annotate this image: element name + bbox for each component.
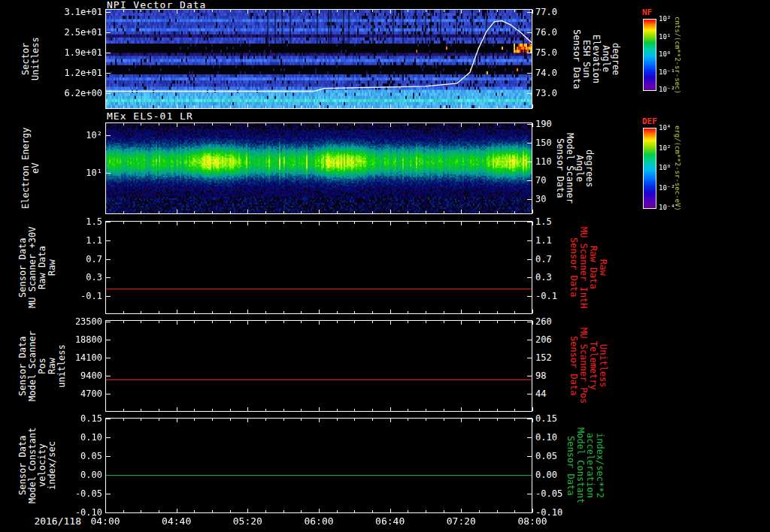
- y2-axis-tick-label: 1.1: [535, 236, 581, 245]
- y2-axis-tick-label: -0.05: [535, 489, 581, 498]
- y2-axis-tick-mark: [527, 199, 532, 200]
- y2-axis-tick-label: 152: [535, 353, 581, 362]
- x-tick-mark: [532, 419, 533, 422]
- y-axis-tick-label: 0.10: [44, 433, 102, 442]
- x-tick-mark: [444, 123, 444, 125]
- y2-axis-tick-mark: [527, 180, 532, 181]
- x-tick-mark: [372, 419, 373, 421]
- x-tick-mark: [159, 510, 159, 512]
- y2-axis-tick-mark: [527, 124, 532, 125]
- y-axis-tick-label: 0.15: [44, 414, 102, 423]
- x-tick-mark: [426, 311, 426, 313]
- x-tick-mark: [159, 222, 159, 224]
- x-tick-mark: [532, 123, 533, 127]
- y-axis-tick-label: 0.7: [44, 255, 102, 264]
- x-tick-mark: [247, 104, 248, 108]
- x-tick-mark: [177, 321, 177, 325]
- date-label: 2016/118: [23, 516, 81, 526]
- x-tick-mark: [408, 419, 408, 421]
- x-tick-mark: [123, 123, 124, 125]
- x-tick-mark: [390, 123, 391, 127]
- x-tick-mark: [497, 106, 498, 108]
- x-tick-mark: [319, 321, 320, 325]
- x-tick-mark: [212, 10, 213, 12]
- y-axis-tick-mark: [106, 173, 111, 174]
- x-tick-mark: [141, 123, 141, 125]
- x-tick-mark: [177, 419, 177, 422]
- x-tick-mark: [212, 311, 213, 313]
- x-axis-tick-label: 04:40: [160, 516, 193, 526]
- x-tick-mark: [283, 211, 284, 213]
- x-tick-mark: [283, 106, 284, 108]
- x-tick-mark: [319, 419, 320, 422]
- x-tick-mark: [372, 10, 373, 12]
- y-axis-tick-label: 3.1e+01: [44, 8, 102, 17]
- x-tick-mark: [514, 409, 515, 411]
- x-tick-mark: [514, 10, 515, 12]
- x-tick-mark: [212, 222, 213, 224]
- x-tick-mark: [479, 106, 480, 108]
- x-tick-mark: [247, 407, 248, 411]
- y2-axis-tick-mark: [527, 32, 532, 33]
- x-tick-mark: [159, 419, 159, 421]
- y2-axis-tick-mark: [527, 419, 532, 419]
- x-tick-mark: [230, 106, 231, 108]
- x-tick-mark: [514, 106, 515, 108]
- x-tick-mark: [444, 10, 444, 12]
- y-axis-tick-label: -0.05: [44, 489, 102, 498]
- x-tick-mark: [194, 106, 195, 108]
- x-tick-mark: [337, 10, 338, 12]
- x-tick-mark: [105, 123, 106, 127]
- x-tick-mark: [532, 407, 533, 411]
- y-axis-tick-mark: [106, 512, 111, 513]
- x-tick-mark: [283, 123, 284, 125]
- els-spectrogram-canvas: [106, 123, 532, 213]
- x-tick-mark: [497, 10, 498, 12]
- x-tick-mark: [105, 222, 106, 225]
- x-tick-mark: [444, 321, 444, 323]
- data-line-constant: [106, 379, 532, 380]
- x-tick-mark: [194, 10, 195, 12]
- colorbar-def-title: DEF: [642, 117, 657, 125]
- y-axis-tick-label: 1.1: [44, 236, 102, 245]
- colorbar-tick-label: 10²: [659, 16, 671, 23]
- x-tick-mark: [301, 321, 302, 323]
- y2-axis-tick-mark: [527, 456, 532, 457]
- x-tick-mark: [390, 222, 391, 225]
- y2-axis-tick-label: 190: [535, 119, 581, 128]
- x-tick-mark: [337, 419, 338, 421]
- x-tick-mark: [532, 104, 533, 108]
- x-tick-mark: [354, 222, 355, 224]
- y2-axis-tick-label: 0.3: [535, 273, 581, 282]
- x-tick-mark: [194, 409, 195, 411]
- x-tick-mark: [105, 310, 106, 313]
- colorbar-tick-label: 10⁻²: [659, 86, 675, 93]
- x-tick-mark: [247, 509, 248, 512]
- y-axis-tick-mark: [106, 322, 111, 322]
- y-axis-tick-label: 0.00: [44, 470, 102, 479]
- x-tick-mark: [105, 210, 106, 213]
- colorbar-tick-label: 10⁻⁴: [659, 204, 675, 211]
- panel-title-els: MEx ELS-01 LR: [107, 111, 193, 121]
- x-tick-mark: [265, 211, 266, 213]
- x-tick-mark: [514, 222, 515, 224]
- x-tick-mark: [265, 409, 266, 411]
- x-tick-mark: [319, 123, 320, 127]
- x-tick-mark: [141, 222, 141, 224]
- x-tick-mark: [479, 409, 480, 411]
- y-axis-tick-label: 10¹: [44, 168, 102, 177]
- panel-model-constant: [105, 418, 532, 513]
- x-tick-mark: [301, 510, 302, 512]
- x-tick-mark: [390, 321, 391, 325]
- x-tick-mark: [247, 222, 248, 225]
- x-tick-mark: [354, 321, 355, 323]
- y2-axis-tick-mark: [527, 358, 532, 358]
- x-tick-mark: [247, 10, 248, 14]
- x-tick-mark: [141, 10, 141, 12]
- x-tick-mark: [123, 419, 124, 421]
- y-axis-label-electron-energy: Electron Energy eV: [21, 122, 44, 214]
- y-axis-tick-mark: [106, 494, 111, 494]
- y2-axis-tick-label: 98: [535, 371, 581, 380]
- x-tick-mark: [532, 310, 533, 313]
- x-tick-mark: [497, 311, 498, 313]
